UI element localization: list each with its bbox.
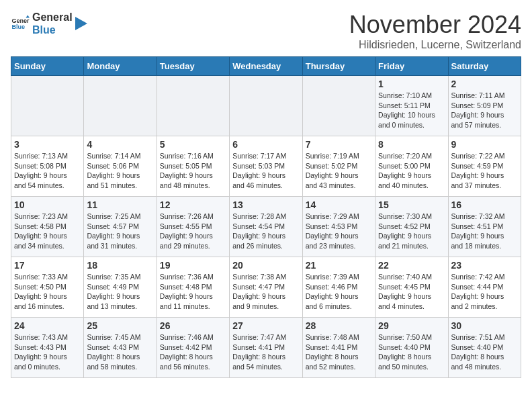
- calendar-cell: 15Sunrise: 7:30 AM Sunset: 4:52 PM Dayli…: [375, 197, 448, 257]
- day-number: 19: [160, 260, 226, 271]
- calendar-header-row: SundayMondayTuesdayWednesdayThursdayFrid…: [11, 57, 521, 76]
- day-info: Sunrise: 7:17 AM Sunset: 5:03 PM Dayligh…: [232, 151, 299, 191]
- day-info: Sunrise: 7:20 AM Sunset: 5:00 PM Dayligh…: [378, 151, 445, 191]
- day-info: Sunrise: 7:25 AM Sunset: 4:57 PM Dayligh…: [87, 212, 153, 251]
- day-number: 26: [160, 320, 226, 331]
- calendar-cell: 1Sunrise: 7:10 AM Sunset: 5:11 PM Daylig…: [375, 76, 448, 136]
- day-number: 3: [14, 139, 81, 150]
- calendar-cell: 16Sunrise: 7:32 AM Sunset: 4:51 PM Dayli…: [448, 197, 521, 257]
- day-info: Sunrise: 7:45 AM Sunset: 4:43 PM Dayligh…: [87, 332, 153, 372]
- title-area: November 2024 Hildisrieden, Lucerne, Swi…: [349, 11, 521, 51]
- weekday-header: Thursday: [302, 57, 375, 76]
- day-info: Sunrise: 7:10 AM Sunset: 5:11 PM Dayligh…: [378, 91, 445, 130]
- calendar-cell: 9Sunrise: 7:22 AM Sunset: 4:59 PM Daylig…: [448, 136, 521, 197]
- calendar-week-row: 1Sunrise: 7:10 AM Sunset: 5:11 PM Daylig…: [11, 76, 521, 136]
- day-info: Sunrise: 7:38 AM Sunset: 4:47 PM Dayligh…: [232, 272, 299, 312]
- svg-text:General: General: [11, 17, 30, 24]
- calendar-cell: [84, 76, 157, 136]
- calendar-cell: 30Sunrise: 7:51 AM Sunset: 4:40 PM Dayli…: [448, 318, 521, 378]
- day-info: Sunrise: 7:47 AM Sunset: 4:41 PM Dayligh…: [232, 332, 299, 372]
- calendar-cell: 4Sunrise: 7:14 AM Sunset: 5:06 PM Daylig…: [84, 136, 157, 197]
- day-info: Sunrise: 7:26 AM Sunset: 4:55 PM Dayligh…: [160, 212, 226, 251]
- calendar-cell: 29Sunrise: 7:50 AM Sunset: 4:40 PM Dayli…: [375, 318, 448, 378]
- day-info: Sunrise: 7:43 AM Sunset: 4:43 PM Dayligh…: [14, 332, 81, 372]
- day-number: 4: [87, 139, 153, 150]
- day-info: Sunrise: 7:33 AM Sunset: 4:50 PM Dayligh…: [14, 272, 81, 312]
- day-number: 6: [232, 139, 299, 150]
- calendar-cell: 6Sunrise: 7:17 AM Sunset: 5:03 PM Daylig…: [230, 136, 302, 197]
- day-info: Sunrise: 7:29 AM Sunset: 4:53 PM Dayligh…: [306, 212, 372, 251]
- day-number: 8: [378, 139, 445, 150]
- calendar-cell: 2Sunrise: 7:11 AM Sunset: 5:09 PM Daylig…: [448, 76, 521, 136]
- day-info: Sunrise: 7:35 AM Sunset: 4:49 PM Dayligh…: [87, 272, 153, 312]
- day-info: Sunrise: 7:13 AM Sunset: 5:08 PM Dayligh…: [14, 151, 81, 191]
- calendar-week-row: 3Sunrise: 7:13 AM Sunset: 5:08 PM Daylig…: [11, 136, 521, 197]
- calendar-cell: 27Sunrise: 7:47 AM Sunset: 4:41 PM Dayli…: [230, 318, 302, 378]
- day-number: 11: [87, 199, 153, 210]
- day-info: Sunrise: 7:36 AM Sunset: 4:48 PM Dayligh…: [160, 272, 226, 312]
- day-info: Sunrise: 7:30 AM Sunset: 4:52 PM Dayligh…: [378, 212, 445, 251]
- day-number: 9: [451, 139, 518, 150]
- day-info: Sunrise: 7:23 AM Sunset: 4:58 PM Dayligh…: [14, 212, 81, 251]
- calendar-week-row: 24Sunrise: 7:43 AM Sunset: 4:43 PM Dayli…: [11, 318, 521, 378]
- weekday-header: Monday: [84, 57, 157, 76]
- calendar-cell: 11Sunrise: 7:25 AM Sunset: 4:57 PM Dayli…: [84, 197, 157, 257]
- calendar-cell: 22Sunrise: 7:40 AM Sunset: 4:45 PM Dayli…: [375, 257, 448, 318]
- calendar-cell: 14Sunrise: 7:29 AM Sunset: 4:53 PM Dayli…: [302, 197, 375, 257]
- day-info: Sunrise: 7:39 AM Sunset: 4:46 PM Dayligh…: [306, 272, 372, 312]
- weekday-header: Friday: [375, 57, 448, 76]
- calendar-cell: 7Sunrise: 7:19 AM Sunset: 5:02 PM Daylig…: [302, 136, 375, 197]
- day-number: 27: [232, 320, 299, 331]
- calendar-cell: [11, 76, 84, 136]
- day-number: 10: [14, 199, 81, 210]
- day-info: Sunrise: 7:28 AM Sunset: 4:54 PM Dayligh…: [232, 212, 299, 251]
- day-info: Sunrise: 7:11 AM Sunset: 5:09 PM Dayligh…: [451, 91, 518, 130]
- calendar-cell: 8Sunrise: 7:20 AM Sunset: 5:00 PM Daylig…: [375, 136, 448, 197]
- day-info: Sunrise: 7:16 AM Sunset: 5:05 PM Dayligh…: [160, 151, 226, 191]
- weekday-header: Saturday: [448, 57, 521, 76]
- calendar-cell: 20Sunrise: 7:38 AM Sunset: 4:47 PM Dayli…: [230, 257, 302, 318]
- calendar-cell: 25Sunrise: 7:45 AM Sunset: 4:43 PM Dayli…: [84, 318, 157, 378]
- weekday-header: Wednesday: [230, 57, 302, 76]
- calendar-cell: [302, 76, 375, 136]
- day-number: 7: [306, 139, 372, 150]
- logo-general: General: [32, 11, 73, 24]
- day-number: 16: [451, 199, 518, 210]
- day-number: 18: [87, 260, 153, 271]
- day-number: 13: [232, 199, 299, 210]
- day-number: 28: [306, 320, 372, 331]
- day-number: 21: [306, 260, 372, 271]
- header: General Blue General Blue November 2024 …: [11, 11, 521, 51]
- day-number: 14: [306, 199, 372, 210]
- calendar-cell: 5Sunrise: 7:16 AM Sunset: 5:05 PM Daylig…: [157, 136, 229, 197]
- day-info: Sunrise: 7:32 AM Sunset: 4:51 PM Dayligh…: [451, 212, 518, 251]
- logo-icon: General Blue: [11, 14, 30, 33]
- day-number: 12: [160, 199, 226, 210]
- day-number: 25: [87, 320, 153, 331]
- calendar-cell: 24Sunrise: 7:43 AM Sunset: 4:43 PM Dayli…: [11, 318, 84, 378]
- weekday-header: Tuesday: [157, 57, 229, 76]
- calendar-cell: 23Sunrise: 7:42 AM Sunset: 4:44 PM Dayli…: [448, 257, 521, 318]
- weekday-header: Sunday: [11, 57, 84, 76]
- calendar-body: 1Sunrise: 7:10 AM Sunset: 5:11 PM Daylig…: [11, 76, 521, 378]
- calendar-week-row: 10Sunrise: 7:23 AM Sunset: 4:58 PM Dayli…: [11, 197, 521, 257]
- calendar-cell: 21Sunrise: 7:39 AM Sunset: 4:46 PM Dayli…: [302, 257, 375, 318]
- calendar-cell: 3Sunrise: 7:13 AM Sunset: 5:08 PM Daylig…: [11, 136, 84, 197]
- calendar-cell: 10Sunrise: 7:23 AM Sunset: 4:58 PM Dayli…: [11, 197, 84, 257]
- day-number: 15: [378, 199, 445, 210]
- calendar-cell: 12Sunrise: 7:26 AM Sunset: 4:55 PM Dayli…: [157, 197, 229, 257]
- logo: General Blue General Blue: [11, 11, 87, 36]
- day-info: Sunrise: 7:46 AM Sunset: 4:42 PM Dayligh…: [160, 332, 226, 372]
- calendar-cell: 17Sunrise: 7:33 AM Sunset: 4:50 PM Dayli…: [11, 257, 84, 318]
- svg-marker-2: [26, 15, 30, 18]
- logo-triangle-icon: [75, 17, 87, 30]
- calendar-cell: [230, 76, 302, 136]
- day-info: Sunrise: 7:42 AM Sunset: 4:44 PM Dayligh…: [451, 272, 518, 312]
- month-title: November 2024: [349, 11, 521, 39]
- location-title: Hildisrieden, Lucerne, Switzerland: [349, 39, 521, 51]
- day-info: Sunrise: 7:40 AM Sunset: 4:45 PM Dayligh…: [378, 272, 445, 312]
- calendar-cell: 18Sunrise: 7:35 AM Sunset: 4:49 PM Dayli…: [84, 257, 157, 318]
- calendar-cell: 28Sunrise: 7:48 AM Sunset: 4:41 PM Dayli…: [302, 318, 375, 378]
- day-info: Sunrise: 7:22 AM Sunset: 4:59 PM Dayligh…: [451, 151, 518, 191]
- day-number: 30: [451, 320, 518, 331]
